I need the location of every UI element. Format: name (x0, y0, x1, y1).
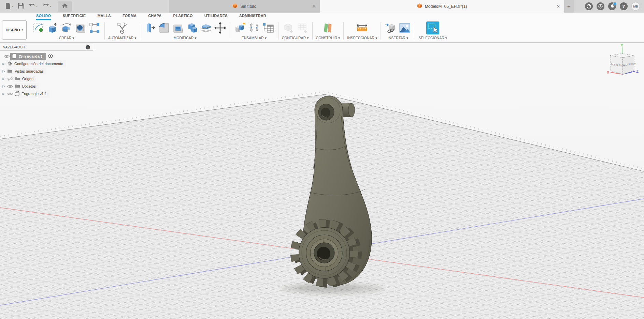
home-view-button[interactable] (58, 1, 72, 12)
extensions-button[interactable] (585, 2, 593, 10)
nav-row-document-settings[interactable]: ▷ Configuración del documento (0, 60, 93, 67)
fillet-button[interactable] (158, 20, 171, 35)
document-tab-modelomt05[interactable]: ModeloMT05_EFDI*(1) ✕ (320, 0, 564, 13)
expand-caret-icon[interactable]: ▷ (1, 62, 6, 65)
nav-row-root-document[interactable]: (Sin guardar) (0, 53, 93, 60)
workspace-selector-button[interactable]: DISEÑO ▾ (2, 20, 27, 40)
redo-icon (42, 3, 49, 10)
hole-button[interactable] (74, 20, 87, 35)
automatizar-dropdown[interactable]: AUTOMATIZAR ▾ (108, 36, 137, 42)
group-modificar: MODIFICAR ▾ (140, 20, 230, 42)
new-tab-button[interactable]: + (564, 0, 574, 13)
nav-row-origin[interactable]: ▷ Origen (0, 75, 93, 82)
move-button[interactable] (214, 20, 227, 35)
notification-dot (613, 2, 617, 5)
model-shadow-core (295, 285, 360, 291)
tab-superficie[interactable]: SUPERFICIE (62, 14, 86, 20)
crear-dropdown[interactable]: CREAR ▾ (59, 36, 74, 42)
3d-viewport[interactable]: Y POSTERIOR IZQUIERDA X Z Y (0, 43, 644, 319)
construct-plane-button[interactable] (321, 20, 334, 35)
visibility-eye-icon[interactable] (3, 55, 10, 58)
combine-button[interactable] (186, 20, 199, 35)
navigator-panel: NAVEGADOR – (Sin guardar) ▷ (0, 44, 93, 98)
tab-solido[interactable]: SOLIDO (36, 14, 51, 20)
visibility-eye-off-icon[interactable] (6, 77, 14, 81)
expand-caret-icon[interactable]: ▷ (1, 70, 6, 73)
model-engranaje[interactable] (288, 96, 372, 289)
group-seleccionar: SELECCIONAR ▾ (415, 20, 450, 42)
create-sketch-button[interactable] (32, 20, 45, 35)
extrude-button[interactable] (46, 20, 59, 35)
home-icon (62, 3, 68, 10)
measure-button[interactable] (356, 20, 369, 35)
activate-component-radio[interactable] (48, 54, 53, 59)
document-tab-title: Sin título (240, 4, 256, 9)
modificar-dropdown[interactable]: MODIFICAR ▾ (173, 36, 196, 42)
configurar-dropdown[interactable]: CONFIGURAR ▾ (282, 36, 309, 42)
job-status-button[interactable] (597, 2, 604, 10)
nav-row-saved-views[interactable]: ▷ Vistas guardadas (0, 68, 93, 75)
automate-button[interactable] (116, 20, 129, 35)
tab-utilidades[interactable]: UTILIDADES (204, 14, 228, 20)
tab-forma[interactable]: FORMA (123, 14, 137, 20)
inspeccionar-dropdown[interactable]: INSPECCIONAR ▾ (347, 36, 377, 42)
document-tab-sin-titulo[interactable]: Sin título ✕ (169, 0, 320, 13)
insert-image-button[interactable] (398, 20, 411, 35)
redo-button[interactable]: ▾ (41, 2, 53, 11)
group-ensamblar: ENSAMBLAR ▾ (230, 20, 278, 42)
body-cube-icon (15, 91, 19, 97)
nav-row-sketches[interactable]: ▷ Bocetos (0, 83, 93, 90)
visibility-eye-icon[interactable] (6, 92, 14, 96)
expand-caret-icon[interactable]: ▷ (1, 92, 6, 95)
joint-button[interactable] (248, 20, 261, 35)
pattern-button[interactable] (88, 20, 101, 35)
split-body-button[interactable] (200, 20, 213, 35)
viewcube-x-label: X (607, 70, 610, 74)
view-cube[interactable]: Y POSTERIOR IZQUIERDA X Z Y (607, 43, 639, 74)
file-menu-button[interactable]: ▾ (3, 1, 15, 12)
tab-chapa[interactable]: CHAPA (148, 14, 161, 20)
press-pull-button[interactable] (144, 20, 157, 35)
select-button[interactable] (425, 20, 440, 35)
save-button[interactable] (16, 1, 26, 12)
configure-feature-button (282, 20, 295, 35)
viewcube-z-label: Z (636, 69, 639, 73)
titlebar-quick-access: ▾ ▾ ▾ (0, 0, 169, 13)
chevron-down-icon: ▾ (265, 36, 267, 40)
group-insertar: INSERTAR ▾ (381, 20, 415, 42)
tab-malla[interactable]: MALLA (97, 14, 111, 20)
user-avatar[interactable]: MB (631, 2, 640, 11)
undo-icon (29, 3, 35, 10)
tab-close-icon[interactable]: ✕ (312, 4, 316, 9)
ensamblar-dropdown[interactable]: ENSAMBLAR ▾ (242, 36, 267, 42)
collapse-panel-button[interactable]: – (86, 45, 90, 49)
expand-caret-icon[interactable]: ▷ (1, 77, 6, 80)
notifications-button[interactable] (608, 2, 616, 10)
tab-plastico[interactable]: PLÁSTICO (173, 14, 193, 20)
chevron-down-icon: ▾ (72, 36, 74, 40)
chevron-down-icon: ▾ (338, 36, 340, 40)
construir-dropdown[interactable]: CONSTRUIR ▾ (316, 36, 340, 42)
chevron-down-icon: ▾ (307, 36, 309, 40)
revolve-button[interactable] (60, 20, 73, 35)
sketches-label: Bocetos (22, 84, 36, 88)
file-icon (5, 2, 11, 11)
visibility-eye-icon[interactable] (6, 85, 14, 88)
seleccionar-dropdown[interactable]: SELECCIONAR ▾ (418, 36, 447, 42)
insert-derive-button[interactable] (384, 20, 397, 35)
new-component-button[interactable] (234, 20, 247, 35)
root-document-chip[interactable]: (Sin guardar) (10, 53, 46, 60)
save-icon (18, 3, 24, 10)
help-button[interactable]: ? (620, 2, 628, 10)
bom-table-button[interactable] (262, 20, 275, 35)
tab-close-icon[interactable]: ✕ (557, 4, 560, 9)
nav-row-engranaje-body[interactable]: ▷ Engranaje v1:1 (0, 90, 93, 97)
root-document-label: (Sin guardar) (19, 54, 42, 58)
shell-button[interactable] (172, 20, 185, 35)
insertar-dropdown[interactable]: INSERTAR ▾ (388, 36, 408, 42)
expand-caret-icon[interactable]: ▷ (1, 85, 6, 88)
workspace-caret-icon: ▾ (22, 29, 23, 31)
undo-button[interactable]: ▾ (27, 2, 39, 11)
origin-label: Origen (22, 77, 33, 81)
tab-administrar[interactable]: ADMINISTRAR (239, 14, 266, 20)
